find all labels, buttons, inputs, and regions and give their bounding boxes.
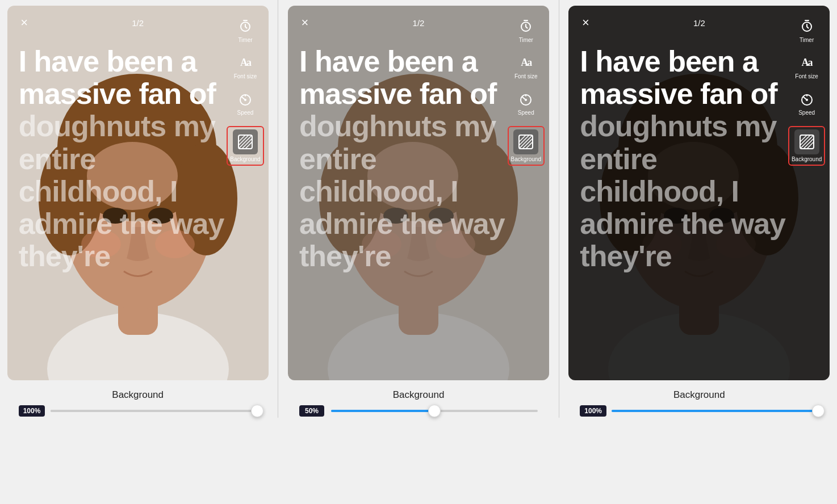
divider-2 (559, 0, 559, 418)
right-sidebar-3: Timer Aa Font size Speed (788, 17, 825, 166)
timer-label-2: Timer (519, 37, 533, 43)
divider-1 (278, 0, 278, 418)
timer-label-3: Timer (800, 37, 814, 43)
fontsize-button-2[interactable]: Aa Font size (514, 53, 538, 79)
phone-screen-1: × 1/2 I have been a massive fan of dough… (7, 6, 269, 380)
page-indicator-2: 1/2 (413, 18, 425, 28)
screen-text-2: I have been a massive fan of doughnuts m… (299, 45, 509, 272)
slider-fill-1 (51, 410, 257, 412)
fontsize-button-1[interactable]: Aa Font size (234, 53, 257, 79)
svg-line-40 (526, 142, 533, 149)
background-icon-1 (233, 129, 258, 154)
slider-thumb-1[interactable] (251, 405, 263, 417)
timer-icon-3 (798, 17, 816, 35)
phone-screen-3: × 1/2 I have been a massive fan of dough… (568, 6, 830, 380)
slider-value-3: 100% (580, 405, 606, 417)
speed-label-2: Speed (518, 110, 534, 116)
screen-text-3: I have been a massive fan of doughnuts m… (580, 45, 790, 272)
close-button-3[interactable]: × (577, 15, 593, 31)
speed-icon-1 (236, 90, 254, 108)
background-button-1[interactable]: Background (227, 126, 263, 166)
fontsize-button-3[interactable]: Aa Font size (795, 53, 818, 79)
slider-fill-3 (612, 410, 818, 412)
caption-1: Background (112, 389, 164, 401)
svg-line-41 (519, 135, 526, 142)
right-sidebar-1: Timer Aa Font size Speed (227, 17, 263, 166)
speed-label-1: Speed (237, 110, 254, 116)
slider-value-1: 100% (19, 405, 45, 417)
svg-point-35 (525, 99, 527, 101)
svg-line-20 (238, 135, 245, 142)
svg-line-16 (238, 135, 252, 149)
close-button-1[interactable]: × (16, 15, 32, 31)
slider-row-3: 100% (580, 410, 818, 412)
svg-line-19 (245, 142, 252, 149)
background-label-1: Background (230, 156, 260, 162)
slider-thumb-2[interactable] (428, 405, 441, 417)
timer-icon-1 (236, 17, 254, 35)
fontsize-icon-2: Aa (517, 53, 535, 72)
panel-2: × 1/2 I have been a massive fan of dough… (281, 0, 556, 418)
main-container: × 1/2 I have been a massive fan of dough… (0, 0, 837, 418)
slider-row-1: 100% (19, 410, 257, 412)
panel-3: × 1/2 I have been a massive fan of dough… (562, 0, 837, 418)
slider-section-1: 100% (7, 401, 269, 418)
background-label-3: Background (792, 156, 822, 162)
speed-label-3: Speed (798, 110, 815, 116)
page-indicator-1: 1/2 (132, 18, 144, 28)
page-indicator-3: 1/2 (693, 18, 705, 28)
fontsize-icon-1: Aa (236, 53, 254, 72)
speed-button-2[interactable]: Speed (517, 90, 535, 116)
svg-point-56 (806, 99, 808, 101)
fontsize-icon-3: Aa (798, 53, 816, 72)
background-button-3[interactable]: Background (788, 126, 825, 166)
slider-track-1[interactable] (51, 410, 257, 412)
speed-icon-2 (517, 90, 535, 108)
speed-icon-3 (798, 90, 816, 108)
slider-row-2: 50% (299, 410, 538, 412)
close-button-2[interactable]: × (297, 15, 313, 31)
background-button-2[interactable]: Background (508, 126, 545, 166)
slider-track-2[interactable] (331, 410, 538, 412)
timer-button-2[interactable]: Timer (517, 17, 535, 43)
caption-3: Background (673, 389, 725, 401)
background-label-2: Background (511, 156, 541, 162)
slider-section-2: 50% (288, 401, 549, 418)
svg-line-62 (800, 135, 807, 142)
panel-1: × 1/2 I have been a massive fan of dough… (0, 0, 275, 418)
slider-value-2: 50% (299, 405, 324, 417)
fontsize-label-2: Font size (514, 73, 538, 79)
svg-line-37 (519, 135, 533, 149)
timer-button-3[interactable]: Timer (798, 17, 816, 43)
svg-line-58 (800, 135, 814, 149)
caption-2: Background (393, 389, 445, 401)
speed-button-1[interactable]: Speed (236, 90, 254, 116)
slider-section-3: 100% (568, 401, 830, 418)
right-sidebar-2: Timer Aa Font size Speed (508, 17, 545, 166)
background-icon-2 (513, 129, 538, 154)
phone-screen-2: × 1/2 I have been a massive fan of dough… (288, 6, 549, 380)
timer-icon-2 (517, 17, 535, 35)
svg-line-61 (807, 142, 814, 149)
timer-label-1: Timer (238, 37, 252, 43)
svg-point-14 (244, 99, 246, 101)
slider-fill-2 (331, 410, 434, 412)
background-icon-3 (794, 129, 819, 154)
fontsize-label-1: Font size (234, 73, 257, 79)
timer-button-1[interactable]: Timer (236, 17, 254, 43)
speed-button-3[interactable]: Speed (798, 90, 816, 116)
fontsize-label-3: Font size (795, 73, 818, 79)
slider-track-3[interactable] (612, 410, 818, 412)
screen-text-1: I have been a massive fan of doughnuts m… (19, 45, 229, 272)
slider-thumb-3[interactable] (812, 405, 825, 417)
